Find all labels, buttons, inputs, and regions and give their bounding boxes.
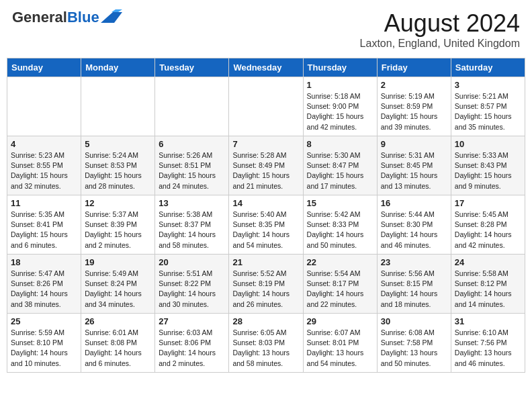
day-number: 1 (307, 80, 373, 90)
day-number: 11 (11, 198, 77, 208)
weekday-header-thursday: Thursday (303, 58, 377, 77)
day-info: Sunrise: 6:03 AM Sunset: 8:06 PM Dayligh… (159, 328, 225, 369)
day-number: 21 (232, 257, 299, 267)
day-number: 17 (455, 198, 521, 208)
day-number: 18 (11, 257, 77, 267)
calendar-cell: 22Sunrise: 5:54 AM Sunset: 8:17 PM Dayli… (303, 255, 377, 314)
day-info: Sunrise: 6:10 AM Sunset: 7:56 PM Dayligh… (455, 328, 521, 369)
day-info: Sunrise: 5:59 AM Sunset: 8:10 PM Dayligh… (11, 328, 77, 369)
calendar-cell: 18Sunrise: 5:47 AM Sunset: 8:26 PM Dayli… (7, 255, 81, 314)
calendar-cell: 14Sunrise: 5:40 AM Sunset: 8:35 PM Dayli… (229, 195, 303, 255)
day-number: 29 (307, 316, 373, 326)
day-number: 8 (307, 139, 373, 149)
weekday-header-wednesday: Wednesday (229, 58, 303, 77)
logo-icon (101, 9, 122, 23)
weekday-header-monday: Monday (81, 58, 155, 77)
day-number: 19 (85, 257, 151, 267)
day-number: 27 (159, 316, 225, 326)
calendar-cell: 20Sunrise: 5:51 AM Sunset: 8:22 PM Dayli… (155, 255, 229, 314)
weekday-header-friday: Friday (377, 58, 451, 77)
day-info: Sunrise: 6:01 AM Sunset: 8:08 PM Dayligh… (85, 328, 151, 369)
svg-marker-0 (101, 12, 122, 23)
calendar-table: SundayMondayTuesdayWednesdayThursdayFrid… (7, 58, 525, 373)
day-number: 22 (307, 257, 373, 267)
calendar-cell: 19Sunrise: 5:49 AM Sunset: 8:24 PM Dayli… (81, 255, 155, 314)
week-row-2: 4Sunrise: 5:23 AM Sunset: 8:55 PM Daylig… (7, 136, 525, 195)
calendar-cell: 6Sunrise: 5:26 AM Sunset: 8:51 PM Daylig… (155, 136, 229, 195)
calendar-cell: 17Sunrise: 5:45 AM Sunset: 8:28 PM Dayli… (451, 195, 525, 255)
day-number: 28 (232, 316, 299, 326)
day-info: Sunrise: 5:49 AM Sunset: 8:24 PM Dayligh… (85, 269, 151, 310)
logo: GeneralBlue (12, 9, 122, 26)
day-info: Sunrise: 5:30 AM Sunset: 8:47 PM Dayligh… (307, 150, 373, 191)
day-number: 20 (159, 257, 225, 267)
calendar-cell: 3Sunrise: 5:21 AM Sunset: 8:57 PM Daylig… (451, 77, 525, 136)
weekday-header-saturday: Saturday (451, 58, 525, 77)
calendar-cell: 30Sunrise: 6:08 AM Sunset: 7:58 PM Dayli… (377, 314, 451, 373)
day-info: Sunrise: 5:38 AM Sunset: 8:37 PM Dayligh… (159, 210, 225, 250)
day-number: 31 (455, 316, 521, 326)
day-info: Sunrise: 5:47 AM Sunset: 8:26 PM Dayligh… (11, 269, 77, 310)
day-number: 12 (85, 198, 151, 208)
day-number: 5 (85, 139, 151, 149)
day-info: Sunrise: 6:07 AM Sunset: 8:01 PM Dayligh… (307, 328, 373, 369)
calendar-cell: 27Sunrise: 6:03 AM Sunset: 8:06 PM Dayli… (155, 314, 229, 373)
day-number: 16 (381, 198, 447, 208)
calendar-cell: 23Sunrise: 5:56 AM Sunset: 8:15 PM Dayli… (377, 255, 451, 314)
week-row-3: 11Sunrise: 5:35 AM Sunset: 8:41 PM Dayli… (7, 195, 525, 255)
calendar-cell: 15Sunrise: 5:42 AM Sunset: 8:33 PM Dayli… (303, 195, 377, 255)
weekday-header-tuesday: Tuesday (155, 58, 229, 77)
day-info: Sunrise: 5:33 AM Sunset: 8:43 PM Dayligh… (455, 150, 521, 191)
day-info: Sunrise: 6:08 AM Sunset: 7:58 PM Dayligh… (381, 328, 447, 369)
day-info: Sunrise: 5:37 AM Sunset: 8:39 PM Dayligh… (85, 210, 151, 250)
day-number: 4 (11, 139, 77, 149)
day-number: 10 (455, 139, 521, 149)
calendar-cell: 12Sunrise: 5:37 AM Sunset: 8:39 PM Dayli… (81, 195, 155, 255)
calendar-cell: 13Sunrise: 5:38 AM Sunset: 8:37 PM Dayli… (155, 195, 229, 255)
calendar-cell: 24Sunrise: 5:58 AM Sunset: 8:12 PM Dayli… (451, 255, 525, 314)
day-number: 26 (85, 316, 151, 326)
day-number: 3 (455, 80, 521, 90)
day-info: Sunrise: 5:45 AM Sunset: 8:28 PM Dayligh… (455, 210, 521, 250)
subtitle: Laxton, England, United Kingdom (360, 38, 520, 50)
day-info: Sunrise: 5:26 AM Sunset: 8:51 PM Dayligh… (159, 150, 225, 191)
day-number: 2 (381, 80, 447, 90)
logo-blue: Blue (67, 9, 99, 26)
day-info: Sunrise: 5:24 AM Sunset: 8:53 PM Dayligh… (85, 150, 151, 191)
day-info: Sunrise: 5:42 AM Sunset: 8:33 PM Dayligh… (307, 210, 373, 250)
title-block: August 2024 Laxton, England, United King… (360, 9, 520, 50)
day-info: Sunrise: 6:05 AM Sunset: 8:03 PM Dayligh… (232, 328, 299, 369)
week-row-5: 25Sunrise: 5:59 AM Sunset: 8:10 PM Dayli… (7, 314, 525, 373)
calendar-cell (155, 77, 229, 136)
calendar-cell: 9Sunrise: 5:31 AM Sunset: 8:45 PM Daylig… (377, 136, 451, 195)
day-number: 15 (307, 198, 373, 208)
calendar-cell: 31Sunrise: 6:10 AM Sunset: 7:56 PM Dayli… (451, 314, 525, 373)
calendar-cell (229, 77, 303, 136)
calendar-cell: 25Sunrise: 5:59 AM Sunset: 8:10 PM Dayli… (7, 314, 81, 373)
calendar-cell: 1Sunrise: 5:18 AM Sunset: 9:00 PM Daylig… (303, 77, 377, 136)
day-number: 14 (232, 198, 299, 208)
weekday-header-row: SundayMondayTuesdayWednesdayThursdayFrid… (7, 58, 525, 77)
day-info: Sunrise: 5:19 AM Sunset: 8:59 PM Dayligh… (381, 91, 447, 132)
logo-general: General (12, 9, 67, 26)
calendar-cell: 5Sunrise: 5:24 AM Sunset: 8:53 PM Daylig… (81, 136, 155, 195)
day-info: Sunrise: 5:31 AM Sunset: 8:45 PM Dayligh… (381, 150, 447, 191)
calendar-cell: 8Sunrise: 5:30 AM Sunset: 8:47 PM Daylig… (303, 136, 377, 195)
calendar-cell: 16Sunrise: 5:44 AM Sunset: 8:30 PM Dayli… (377, 195, 451, 255)
day-number: 30 (381, 316, 447, 326)
main-title: August 2024 (360, 9, 520, 38)
day-info: Sunrise: 5:58 AM Sunset: 8:12 PM Dayligh… (455, 269, 521, 310)
day-info: Sunrise: 5:35 AM Sunset: 8:41 PM Dayligh… (11, 210, 77, 250)
day-info: Sunrise: 5:28 AM Sunset: 8:49 PM Dayligh… (232, 150, 299, 191)
svg-marker-1 (112, 9, 122, 12)
header: GeneralBlue August 2024 Laxton, England,… (7, 7, 525, 52)
calendar-cell: 4Sunrise: 5:23 AM Sunset: 8:55 PM Daylig… (7, 136, 81, 195)
day-number: 24 (455, 257, 521, 267)
calendar-cell: 10Sunrise: 5:33 AM Sunset: 8:43 PM Dayli… (451, 136, 525, 195)
calendar-cell: 7Sunrise: 5:28 AM Sunset: 8:49 PM Daylig… (229, 136, 303, 195)
day-info: Sunrise: 5:40 AM Sunset: 8:35 PM Dayligh… (232, 210, 299, 250)
calendar-cell (7, 77, 81, 136)
day-info: Sunrise: 5:51 AM Sunset: 8:22 PM Dayligh… (159, 269, 225, 310)
day-info: Sunrise: 5:18 AM Sunset: 9:00 PM Dayligh… (307, 91, 373, 132)
calendar-cell: 2Sunrise: 5:19 AM Sunset: 8:59 PM Daylig… (377, 77, 451, 136)
